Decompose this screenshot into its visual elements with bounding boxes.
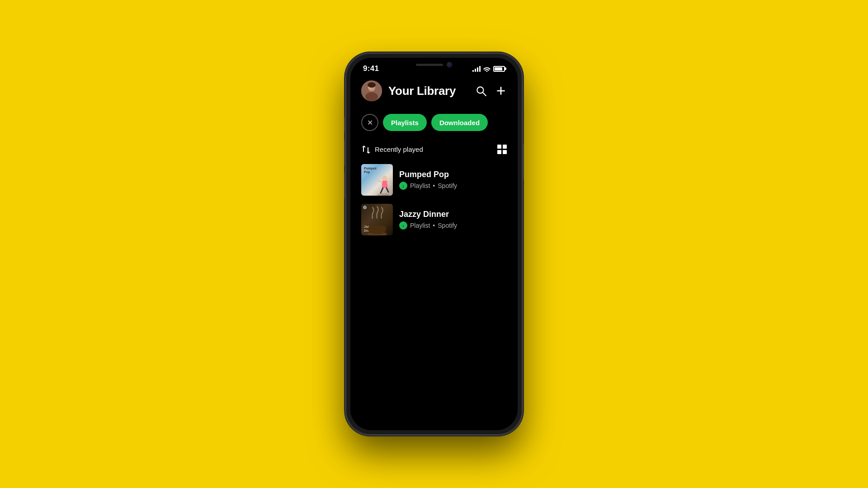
svg-line-13 (387, 188, 388, 192)
signal-bar-1 (472, 70, 474, 72)
jazzy-dinner-art: JazzyDinner (361, 204, 393, 235)
pumped-pop-info: Pumped Pop ↓ Playlist • Spotify (399, 170, 507, 190)
mute-button[interactable] (344, 117, 346, 133)
battery-icon (493, 66, 505, 72)
volume-down-button[interactable] (344, 172, 346, 199)
signal-bar-4 (479, 66, 481, 72)
avatar[interactable] (361, 80, 382, 101)
jazzy-cup-icon (366, 222, 388, 235)
download-arrow-icon: ↓ (402, 223, 405, 228)
notch (405, 58, 463, 71)
svg-line-15 (387, 183, 390, 185)
grid-cell-2 (503, 145, 507, 149)
library-header: Your Library (361, 80, 507, 101)
filter-row: ✕ Playlists Downloaded (361, 114, 507, 131)
meta-separator: • (433, 222, 435, 229)
grid-cell-3 (497, 150, 501, 154)
sort-row: Recently played (361, 145, 507, 154)
clear-filters-button[interactable]: ✕ (361, 114, 378, 131)
jazzy-steam-icon (368, 206, 386, 219)
jazzy-dinner-info: Jazzy Dinner ↓ Playlist • Spotify (399, 210, 507, 230)
grid-cell-1 (497, 145, 501, 149)
svg-point-2 (365, 92, 378, 101)
playlists-filter-chip[interactable]: Playlists (383, 114, 427, 131)
app-content: Your Library (350, 73, 518, 235)
svg-point-9 (377, 193, 389, 196)
jazzy-dinner-type: Playlist (410, 222, 430, 229)
pumped-pop-meta: ↓ Playlist • Spotify (399, 182, 507, 190)
phone-body: 9:41 (346, 53, 522, 435)
jazzy-dinner-name: Jazzy Dinner (399, 210, 507, 219)
page-title: Your Library (388, 84, 456, 98)
pumped-pop-type: Playlist (410, 182, 430, 189)
downloaded-chip-label: Downloaded (439, 119, 480, 127)
status-icons (472, 66, 505, 72)
pumped-pop-creator: Spotify (438, 182, 457, 189)
jazzy-dinner-creator: Spotify (438, 222, 457, 229)
wifi-icon (483, 66, 491, 72)
grid-cell-4 (503, 150, 507, 154)
header-left: Your Library (361, 80, 456, 101)
clock: 9:41 (363, 64, 379, 73)
playlist-item[interactable]: JazzyDinner Jazzy Dinner ↓ (361, 204, 507, 235)
volume-up-button[interactable] (344, 139, 346, 166)
phone-screen: 9:41 (350, 58, 518, 430)
search-button[interactable] (475, 85, 487, 97)
header-actions (475, 85, 507, 97)
front-camera (447, 62, 452, 67)
svg-point-10 (382, 176, 387, 181)
x-icon: ✕ (367, 118, 373, 127)
svg-line-12 (381, 188, 383, 193)
phone-frame: 9:41 (346, 53, 522, 435)
pumped-pop-name: Pumped Pop (399, 170, 507, 179)
download-badge: ↓ (399, 182, 407, 190)
sort-label: Recently played (375, 145, 423, 153)
pumped-pop-art: PumpedPop (361, 164, 393, 196)
download-arrow-icon: ↓ (402, 183, 405, 188)
pumped-pop-figure (374, 173, 392, 196)
speaker (416, 64, 443, 66)
playlist-item[interactable]: PumpedPop (361, 164, 507, 196)
downloaded-filter-chip[interactable]: Downloaded (431, 114, 488, 131)
signal-icon (472, 66, 481, 72)
svg-line-6 (483, 93, 486, 96)
signal-bar-3 (477, 67, 478, 72)
power-button[interactable] (522, 144, 524, 180)
add-button[interactable] (495, 85, 507, 97)
svg-rect-11 (382, 181, 387, 188)
signal-bar-2 (475, 69, 476, 72)
grid-view-button[interactable] (497, 145, 507, 154)
sort-controls[interactable]: Recently played (361, 145, 423, 154)
jazzy-dinner-meta: ↓ Playlist • Spotify (399, 221, 507, 230)
download-badge: ↓ (399, 221, 407, 230)
svg-line-14 (378, 180, 382, 183)
jazzy-dot (363, 206, 367, 209)
svg-point-4 (368, 82, 376, 88)
avatar-image (361, 80, 382, 101)
playlists-chip-label: Playlists (391, 119, 419, 127)
meta-separator: • (433, 182, 435, 189)
sort-arrows-icon (361, 145, 371, 154)
